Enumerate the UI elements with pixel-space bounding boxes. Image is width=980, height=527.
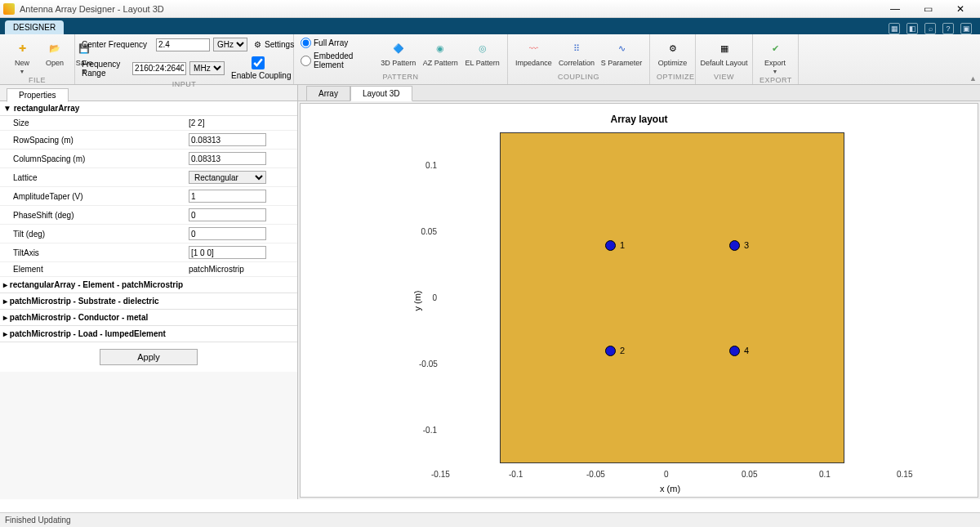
optimize-button[interactable]: ⚙ Optimize <box>657 38 688 69</box>
pattern-3d-icon: 🔷 <box>390 39 408 57</box>
viz-panel: Array Layout 3D Array layout y (m) x (m)… <box>298 85 980 499</box>
sparam-icon: ∿ <box>612 39 630 57</box>
qa-icon-2[interactable]: ◧ <box>906 23 918 34</box>
check-icon: ✔ <box>766 39 784 57</box>
ribbon-group-pattern: Full Array Embedded Element 🔷 3D Pattern… <box>294 34 508 84</box>
prop-row-amp: AmplitudeTaper (V) <box>0 187 297 206</box>
x-tick: -0.05 <box>586 470 605 479</box>
x-tick: -0.1 <box>509 470 523 479</box>
prop-row-colspacing: ColumnSpacing (m) <box>0 150 297 168</box>
colspacing-input[interactable] <box>189 152 266 165</box>
el-pattern-button[interactable]: ◎ EL Pattern <box>464 38 501 69</box>
gear-icon: ⚙ <box>664 39 682 57</box>
impedance-icon: 〰 <box>524 39 542 57</box>
group-label-coupling: COUPLING <box>514 73 643 84</box>
plot-canvas[interactable]: Array layout y (m) x (m) 1234 -0.15-0.1-… <box>300 103 978 498</box>
y-tick: 0.05 <box>419 227 437 236</box>
minimize-button[interactable]: — <box>879 0 911 17</box>
prop-row-element: Element patchMicrostrip <box>0 262 297 277</box>
full-array-radio[interactable]: Full Array <box>301 38 375 48</box>
group-label-file: FILE <box>7 76 68 84</box>
center-freq-label: Center Frequency <box>82 40 153 49</box>
phase-input[interactable] <box>189 208 266 221</box>
y-tick: 0 <box>419 293 437 302</box>
prop-header[interactable]: ▼ rectangularArray <box>0 101 297 116</box>
center-freq-unit[interactable]: GHz <box>213 38 247 51</box>
el-icon: ◎ <box>474 39 492 57</box>
status-text: Finished Updating <box>5 516 71 525</box>
new-button[interactable]: ✚ New ▼ <box>7 38 38 76</box>
tab-layout3d[interactable]: Layout 3D <box>350 86 412 101</box>
apply-button[interactable]: Apply <box>100 349 198 365</box>
lattice-select[interactable]: Rectangular <box>189 171 266 184</box>
chevron-down-icon: ▼ <box>20 69 25 74</box>
element-label: 3 <box>744 240 749 250</box>
main: Properties ▼ rectangularArray Size [2 2]… <box>0 85 980 499</box>
element-label: 4 <box>744 346 749 355</box>
qa-icon-3[interactable]: ⌕ <box>924 23 936 34</box>
group-label-optimize: OPTIMIZE <box>657 73 688 84</box>
prop-section-4[interactable]: ▸ patchMicrostrip - Load - lumpedElement <box>0 326 297 342</box>
ground-plane <box>500 132 844 463</box>
group-label-view: VIEW <box>702 73 746 84</box>
ribbon: ✚ New ▼ 📂 Open 💾 Save ▼ FILE Center Freq… <box>0 34 980 85</box>
close-button[interactable]: ✕ <box>944 0 977 17</box>
tiltaxis-input[interactable] <box>189 246 266 259</box>
status-bar: Finished Updating <box>0 512 980 527</box>
tab-designer[interactable]: DESIGNER <box>5 20 64 34</box>
prop-section-3[interactable]: ▸ patchMicrostrip - Conductor - metal <box>0 310 297 326</box>
default-layout-button[interactable]: ▦ Default Layout <box>702 38 746 69</box>
plus-icon: ✚ <box>13 39 31 57</box>
x-tick: 0.1 <box>819 470 831 479</box>
freq-range-unit[interactable]: MHz <box>189 61 225 75</box>
ribbon-group-coupling: 〰 Impedance ⠿ Correlation ∿ S Parameter … <box>508 34 650 84</box>
window-title: Antenna Array Designer - Layout 3D <box>20 4 879 14</box>
ribbon-group-view: ▦ Default Layout VIEW <box>696 34 753 84</box>
tilt-input[interactable] <box>189 227 266 240</box>
freq-range-input[interactable] <box>132 62 186 75</box>
sparameter-button[interactable]: ∿ S Parameter <box>600 38 643 69</box>
3d-pattern-button[interactable]: 🔷 3D Pattern <box>380 38 417 69</box>
export-button[interactable]: ✔ Export ▼ <box>760 38 791 76</box>
qa-icon-1[interactable]: ▦ <box>889 23 900 34</box>
center-freq-input[interactable] <box>156 38 210 51</box>
viz-tabstrip: Array Layout 3D <box>298 85 980 101</box>
layout-icon: ▦ <box>715 39 733 57</box>
amp-input[interactable] <box>189 190 266 203</box>
qa-icon-5[interactable]: ▣ <box>960 23 972 34</box>
prop-row-lattice: Lattice Rectangular <box>0 168 297 187</box>
plot-title: Array layout <box>301 114 978 125</box>
x-tick: 0 <box>664 470 669 479</box>
prop-row-tiltaxis: TiltAxis <box>0 243 297 262</box>
tab-array[interactable]: Array <box>306 86 350 101</box>
collapse-ribbon-icon[interactable]: ▲ <box>969 74 977 83</box>
prop-row-phase: PhaseShift (deg) <box>0 206 297 225</box>
ribbon-group-export: ✔ Export ▼ EXPORT <box>753 34 799 84</box>
tab-properties[interactable]: Properties <box>7 88 69 102</box>
settings-button[interactable]: Settings <box>265 40 294 49</box>
impedance-button[interactable]: 〰 Impedance <box>514 38 553 69</box>
az-pattern-button[interactable]: ◉ AZ Pattern <box>421 38 459 69</box>
correlation-icon: ⠿ <box>568 39 586 57</box>
prop-row-rowspacing: RowSpacing (m) <box>0 131 297 150</box>
ribbon-group-input: Center Frequency GHz ⚙ Settings Frequenc… <box>75 34 294 84</box>
ribbon-group-file: ✚ New ▼ 📂 Open 💾 Save ▼ FILE <box>0 34 75 84</box>
group-label-export: EXPORT <box>760 76 791 84</box>
prop-row-tilt: Tilt (deg) <box>0 225 297 243</box>
embedded-radio[interactable]: Embedded Element <box>301 51 375 69</box>
maximize-button[interactable]: ▭ <box>911 0 944 17</box>
help-icon[interactable]: ? <box>942 23 954 34</box>
rowspacing-input[interactable] <box>189 133 266 146</box>
prop-section-2[interactable]: ▸ patchMicrostrip - Substrate - dielectr… <box>0 293 297 310</box>
group-label-pattern: PATTERN <box>301 73 501 84</box>
element-label: 2 <box>620 346 625 355</box>
y-tick: 0.1 <box>419 161 437 170</box>
correlation-button[interactable]: ⠿ Correlation <box>558 38 595 69</box>
properties-panel: Properties ▼ rectangularArray Size [2 2]… <box>0 85 298 499</box>
prop-section-1[interactable]: ▸ rectangularArray - Element - patchMicr… <box>0 277 297 293</box>
x-axis-label: x (m) <box>660 484 680 494</box>
az-icon: ◉ <box>431 39 449 57</box>
open-button[interactable]: 📂 Open <box>42 38 67 69</box>
quick-access: ▦ ◧ ⌕ ? ▣ <box>889 23 975 34</box>
prop-row-size: Size [2 2] <box>0 116 297 131</box>
